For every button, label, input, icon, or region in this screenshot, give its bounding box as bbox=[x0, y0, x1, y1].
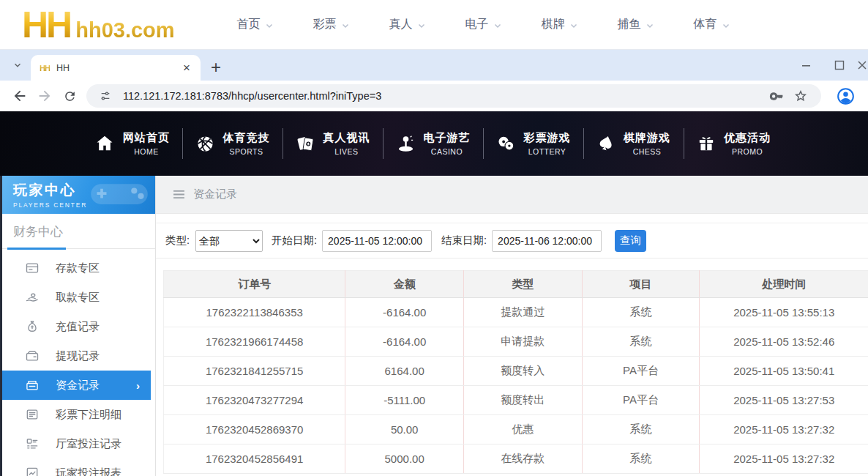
main-nav-label-en: LIVES bbox=[334, 147, 358, 156]
site-logo[interactable]: HH hh03.com bbox=[22, 3, 175, 47]
sidebar-item-label: 厅室投注记录 bbox=[56, 437, 121, 451]
sidebar-item[interactable]: 充值记录 bbox=[0, 312, 155, 341]
top-nav: 首页彩票真人电子棋牌捕鱼体育 bbox=[217, 17, 750, 32]
main-nav-item[interactable]: 真人视讯LIVES bbox=[283, 122, 383, 166]
site-main-nav-items: 网站首页HOME体育竞技SPORTS真人视讯LIVES电子游艺CASINO彩票游… bbox=[82, 122, 784, 166]
column-header: 类型 bbox=[464, 271, 583, 298]
gift-icon bbox=[697, 134, 716, 153]
browser-tab[interactable]: HH HH × bbox=[31, 55, 201, 81]
type-select[interactable]: 全部 bbox=[195, 230, 263, 252]
top-menu-label: 棋牌 bbox=[542, 17, 565, 32]
main-nav-label-en: HOME bbox=[134, 147, 159, 156]
window-controls bbox=[789, 50, 868, 81]
spade-icon bbox=[596, 134, 616, 153]
chevron-down-icon bbox=[341, 21, 350, 30]
main-nav-label-en: SPORTS bbox=[230, 147, 263, 156]
table-cell: 2025-11-05 13:27:53 bbox=[700, 386, 868, 415]
chevron-down-icon bbox=[265, 21, 274, 30]
main-nav-label-zh: 真人视讯 bbox=[323, 131, 370, 145]
top-menu-item[interactable]: 彩票 bbox=[293, 17, 370, 32]
top-menu-label: 捕鱼 bbox=[618, 17, 641, 32]
lottery-detail-icon bbox=[25, 407, 40, 422]
table-cell: 2025-11-05 13:27:32 bbox=[700, 445, 868, 474]
table-row: 176232045286937050.00优惠系统2025-11-05 13:2… bbox=[164, 415, 868, 445]
top-menu-item[interactable]: 电子 bbox=[446, 17, 522, 32]
main-nav-label-en: LOTTERY bbox=[528, 147, 566, 156]
window-minimize-button[interactable] bbox=[789, 50, 823, 81]
maximize-icon bbox=[834, 60, 845, 70]
main-nav-item[interactable]: 体育竞技SPORTS bbox=[182, 122, 283, 166]
site-info-icon[interactable] bbox=[95, 90, 116, 102]
table-cell: 1762320473277294 bbox=[164, 386, 345, 415]
sidebar-item[interactable]: 提现记录 bbox=[0, 341, 155, 371]
main-nav-item[interactable]: 网站首页HOME bbox=[82, 122, 182, 166]
main-nav-item[interactable]: 彩票游戏LOTTERY bbox=[483, 122, 583, 166]
table-cell: 额度转出 bbox=[464, 386, 583, 415]
url-text[interactable]: 112.121.172.181:8783/hhcp/usercenter.htm… bbox=[123, 90, 765, 102]
hamburger-icon[interactable] bbox=[173, 190, 185, 199]
table-cell: 系统 bbox=[582, 415, 700, 445]
main-nav-label-en: CHESS bbox=[633, 147, 662, 156]
table-row: 17623218412557156164.00额度转入PA平台2025-11-0… bbox=[164, 357, 868, 386]
site-main-nav: 网站首页HOME体育竞技SPORTS真人视讯LIVES电子游艺CASINO彩票游… bbox=[0, 111, 868, 176]
chevron-down-icon bbox=[12, 60, 23, 70]
sidebar-item[interactable]: 存款专区 bbox=[0, 253, 155, 283]
filter-bar: 类型: 全部 开始日期: 结束日期: 查询 bbox=[156, 223, 868, 259]
sidebar-item[interactable]: 取款专区 bbox=[0, 283, 155, 312]
chevron-right-icon: › bbox=[136, 379, 140, 392]
top-menu-label: 电子 bbox=[465, 17, 489, 32]
table-cell: PA平台 bbox=[582, 357, 700, 386]
top-menu-label: 真人 bbox=[389, 17, 413, 32]
site-top-header: HH hh03.com 首页彩票真人电子棋牌捕鱼体育 bbox=[0, 0, 868, 50]
table-cell: 6164.00 bbox=[345, 357, 464, 386]
sidebar-item-label: 存款专区 bbox=[56, 261, 100, 275]
end-date-input[interactable] bbox=[492, 230, 602, 252]
top-menu-item[interactable]: 棋牌 bbox=[522, 17, 598, 32]
withdraw-hand-icon bbox=[25, 290, 40, 305]
start-date-input[interactable] bbox=[322, 230, 432, 252]
table-cell: 1762320452869370 bbox=[164, 415, 345, 445]
main-nav-item[interactable]: 优惠活动PROMO bbox=[684, 122, 784, 166]
url-bar[interactable]: 112.121.172.181:8783/hhcp/usercenter.htm… bbox=[86, 84, 821, 108]
profile-avatar-icon[interactable] bbox=[833, 83, 858, 108]
sidebar-item[interactable]: 资金记录› bbox=[0, 371, 151, 400]
bookmark-star-icon[interactable] bbox=[789, 89, 812, 103]
main-nav-item[interactable]: 棋牌游戏CHESS bbox=[583, 122, 684, 166]
funds-table-wrap: 订单号金额类型项目处理时间 1762322113846353-6164.00提款… bbox=[163, 270, 868, 474]
tab-close-icon[interactable]: × bbox=[179, 62, 195, 74]
refresh-icon bbox=[63, 89, 77, 103]
table-row: 17623204528564915000.00在线存款系统2025-11-05 … bbox=[164, 445, 868, 474]
top-menu-item[interactable]: 真人 bbox=[370, 17, 446, 32]
chevron-down-icon bbox=[493, 21, 502, 30]
column-header: 订单号 bbox=[164, 271, 345, 298]
minimize-icon bbox=[801, 60, 812, 71]
new-tab-button[interactable]: + bbox=[211, 59, 221, 76]
table-cell: 1762321966174458 bbox=[164, 327, 345, 357]
table-row: 1762320473277294-5111.00额度转出PA平台2025-11-… bbox=[164, 386, 868, 415]
main-nav-item[interactable]: 电子游艺CASINO bbox=[383, 122, 483, 166]
table-row: 1762321966174458-6164.00申请提款系统2025-11-05… bbox=[164, 327, 868, 357]
main-nav-label-zh: 棋牌游戏 bbox=[624, 131, 670, 145]
table-cell: 申请提款 bbox=[464, 327, 583, 357]
lottery-balls-icon bbox=[496, 134, 516, 154]
window-maximize-button[interactable] bbox=[823, 50, 856, 81]
search-button[interactable]: 查询 bbox=[615, 230, 646, 252]
back-button[interactable] bbox=[7, 83, 32, 108]
top-menu-item[interactable]: 捕鱼 bbox=[598, 17, 674, 32]
password-key-icon[interactable] bbox=[765, 89, 789, 104]
sidebar-section-title: 财务中心 bbox=[0, 214, 155, 240]
sidebar-item-label: 取款专区 bbox=[56, 291, 100, 305]
funds-table: 订单号金额类型项目处理时间 1762322113846353-6164.00提款… bbox=[163, 270, 868, 474]
tab-search-button[interactable] bbox=[7, 55, 28, 75]
forward-button[interactable] bbox=[32, 83, 57, 108]
top-menu-item[interactable]: 体育 bbox=[674, 17, 750, 32]
sidebar-item[interactable]: 彩票下注明细 bbox=[0, 400, 155, 429]
window-close-button[interactable] bbox=[856, 50, 868, 81]
table-cell: 2025-11-05 13:55:13 bbox=[700, 298, 868, 327]
sidebar-item[interactable]: 玩家投注报表 bbox=[0, 458, 155, 476]
refresh-button[interactable] bbox=[57, 83, 82, 108]
sidebar-item[interactable]: 厅室投注记录 bbox=[0, 429, 155, 458]
moneybag-icon bbox=[25, 319, 40, 334]
table-cell: 2025-11-05 13:52:46 bbox=[700, 327, 868, 357]
top-menu-item[interactable]: 首页 bbox=[217, 17, 293, 32]
